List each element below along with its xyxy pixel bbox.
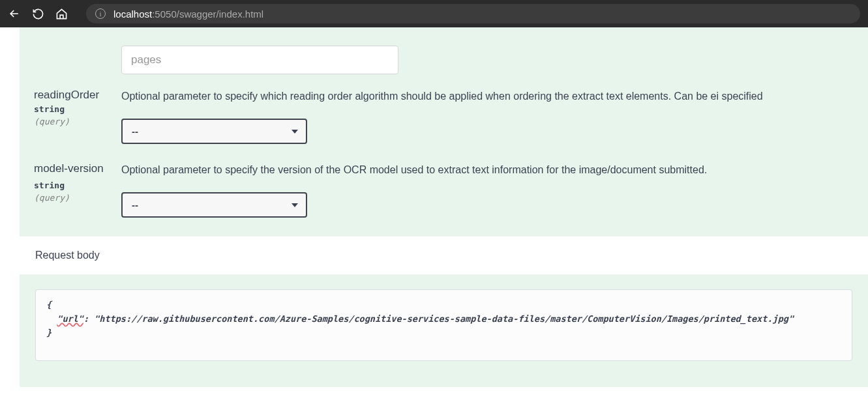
address-bar[interactable]: i localhost:5050/swagger/index.html bbox=[86, 4, 860, 23]
request-body-editor[interactable]: { "url": "https://raw.githubusercontent.… bbox=[35, 289, 852, 361]
back-button[interactable] bbox=[8, 7, 21, 20]
param-description: Optional parameter to specify the versio… bbox=[121, 162, 854, 178]
site-info-icon[interactable]: i bbox=[95, 8, 106, 19]
param-name: readingOrder bbox=[34, 89, 121, 102]
param-type: string bbox=[34, 104, 121, 114]
modelversion-select[interactable]: -- bbox=[121, 192, 307, 218]
param-in: (query) bbox=[34, 193, 121, 203]
param-row-pages-input bbox=[20, 27, 868, 89]
request-body-section: { "url": "https://raw.githubusercontent.… bbox=[20, 275, 868, 387]
param-row-modelversion: model-version string (query) Optional pa… bbox=[20, 162, 868, 218]
readingorder-select[interactable]: -- bbox=[121, 119, 307, 144]
url-text: localhost:5050/swagger/index.html bbox=[113, 8, 263, 20]
refresh-button[interactable] bbox=[31, 7, 44, 20]
page-content: readingOrder string (query) Optional par… bbox=[0, 27, 868, 402]
param-description: Optional parameter to specify which read… bbox=[121, 89, 854, 104]
request-body-header: Request body bbox=[20, 236, 868, 275]
browser-toolbar: i localhost:5050/swagger/index.html bbox=[0, 0, 868, 27]
param-row-readingorder: readingOrder string (query) Optional par… bbox=[20, 89, 868, 144]
swagger-params-section: readingOrder string (query) Optional par… bbox=[20, 27, 868, 236]
param-type: string bbox=[34, 180, 121, 190]
pages-input[interactable] bbox=[121, 46, 398, 74]
home-button[interactable] bbox=[55, 7, 68, 20]
param-name: model-version bbox=[34, 162, 121, 175]
param-in: (query) bbox=[34, 117, 121, 126]
